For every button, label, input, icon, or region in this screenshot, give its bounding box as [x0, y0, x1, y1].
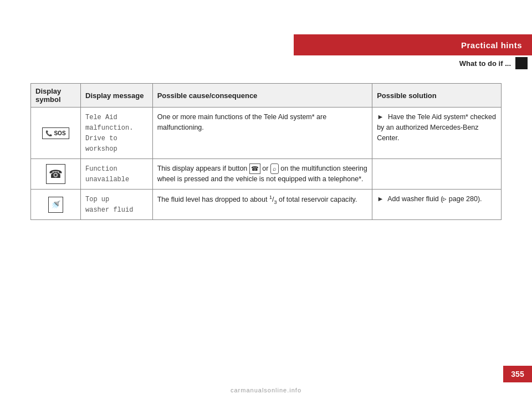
sub-header: What to do if ... [294, 55, 532, 71]
cause-cell-washer: The fluid level has dropped to about 1/3… [152, 190, 372, 220]
sub-header-text: What to do if ... [459, 59, 511, 68]
col-header-message: Display message [81, 84, 153, 108]
black-square-icon [515, 57, 528, 69]
message-cell-phone: Function unavailable [81, 159, 153, 190]
symbol-cell-phone: ☎ [31, 159, 81, 190]
message-cell-sos: Tele Aid malfunction.Drive to workshop [81, 108, 153, 159]
footer-watermark: carmanualsonline.info [231, 387, 301, 393]
col-header-solution: Possible solution [372, 84, 502, 108]
header-title: Practical hints [461, 40, 522, 50]
message-cell-washer: Top upwasher fluid [81, 190, 153, 220]
phone-icon: ☎ [46, 164, 65, 184]
display-message-phone: Function unavailable [85, 165, 129, 183]
page-number: 355 [503, 366, 532, 382]
main-table-container: Display symbol Display message Possible … [30, 83, 502, 220]
sos-icon: 📞 SOS [42, 127, 69, 139]
sos-text: SOS [54, 129, 65, 137]
col-header-symbol: Display symbol [31, 84, 81, 108]
bullet-arrow-2: ► [377, 195, 383, 203]
col-header-cause: Possible cause/consequence [152, 84, 372, 108]
display-message-washer: Top upwasher fluid [85, 196, 133, 214]
bullet-arrow-1: ► [377, 113, 383, 121]
table-row: 🚿 Top upwasher fluid The fluid level has… [31, 190, 502, 220]
cause-cell-sos: One or more main functions of the Tele A… [152, 108, 372, 159]
display-message-sos: Tele Aid malfunction.Drive to workshop [85, 114, 133, 153]
symbol-cell-washer: 🚿 [31, 190, 81, 220]
sos-phone-symbol: 📞 [45, 129, 52, 137]
solution-cell-sos: ► Have the Tele Aid system* checked by a… [372, 108, 502, 159]
header-bar: Practical hints [294, 34, 532, 55]
table-row: ☎ Function unavailable This display appe… [31, 159, 502, 190]
solution-cell-phone [372, 159, 502, 190]
display-symbols-table: Display symbol Display message Possible … [30, 83, 502, 220]
washer-fluid-icon: 🚿 [48, 197, 63, 213]
cause-cell-phone: This display appears if button ☎ or ⌕ on… [152, 159, 372, 190]
table-row: 📞 SOS Tele Aid malfunction.Drive to work… [31, 108, 502, 159]
solution-cell-washer: ► Add washer fluid (▹ page 280). [372, 190, 502, 220]
symbol-cell-sos: 📞 SOS [31, 108, 81, 159]
